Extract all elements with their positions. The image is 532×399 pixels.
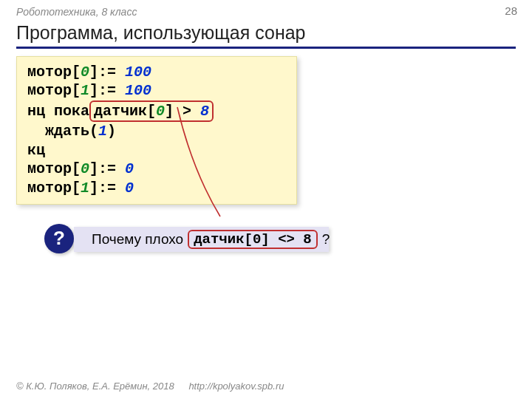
code-line: нц пока датчик[0] > 8 bbox=[27, 100, 286, 123]
question-text: Почему плохо bbox=[92, 231, 183, 248]
code-line: мотор[1]:= 100 bbox=[27, 81, 286, 100]
question-row: ? Почему плохо датчик[0] <> 8 ? bbox=[16, 227, 516, 259]
slide: Робототехника, 8 класс 28 Программа, исп… bbox=[0, 0, 532, 399]
question-highlight: датчик[0] <> 8 bbox=[188, 230, 318, 249]
code-line: ждать(1) bbox=[27, 122, 286, 141]
code-line: мотор[1]:= 0 bbox=[27, 179, 286, 198]
course-label: Робототехника, 8 класс bbox=[16, 6, 516, 18]
question-mark-icon: ? bbox=[53, 227, 65, 250]
page-number: 28 bbox=[505, 4, 517, 17]
slide-title: Программа, использующая сонар bbox=[16, 22, 516, 44]
question-badge: ? bbox=[44, 224, 74, 253]
footer: © К.Ю. Поляков, Е.А. Ерёмин, 2018 http:/… bbox=[16, 381, 284, 392]
code-line: кц bbox=[27, 141, 286, 160]
code-line: мотор[0]:= 0 bbox=[27, 160, 286, 179]
question-suffix: ? bbox=[322, 231, 330, 248]
footer-url: http://kpolyakov.spb.ru bbox=[188, 381, 284, 392]
question-box: Почему плохо датчик[0] <> 8 ? bbox=[74, 227, 329, 252]
code-block: мотор[0]:= 100 мотор[1]:= 100 нц пока да… bbox=[16, 56, 297, 205]
code-line: мотор[0]:= 100 bbox=[27, 63, 286, 82]
copyright: © К.Ю. Поляков, Е.А. Ерёмин, 2018 bbox=[16, 381, 174, 392]
title-rule bbox=[16, 47, 516, 49]
condition-highlight: датчик[0] > 8 bbox=[89, 100, 214, 123]
